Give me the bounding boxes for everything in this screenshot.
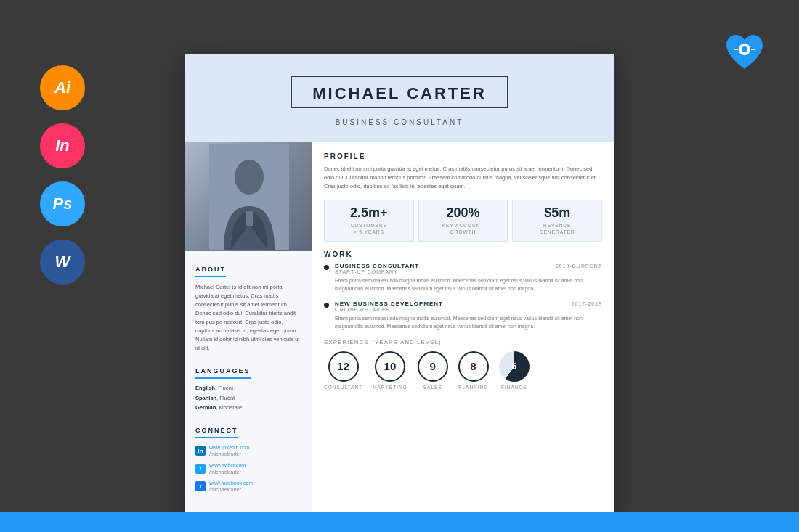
exp-circle-sales: 9 [418,351,448,382]
svg-rect-6 [246,211,253,226]
bottom-bar [0,512,799,532]
about-section: ABOUT Michael Carter is id elit non mi p… [195,261,301,353]
resume-body: ABOUT Michael Carter is id elit non mi p… [185,142,614,519]
exp-circle-planning: 8 [458,351,489,382]
exp-planning: 8 PLANNING [458,351,489,390]
profile-heading: PROFILE [324,152,602,160]
connect-title: CONNECT [195,427,238,438]
exp-consultant: 12 CONSULTANT [324,351,362,390]
work-company-2: ONLINE RETAILER [335,307,602,312]
svg-point-5 [235,160,264,195]
stat-customers: 2.5m+ CUSTOMERS< 5 YEARS [324,200,414,242]
resume-header: MICHAEL CARTER BUSINESS CONSULTANT [185,54,614,142]
work-header-1: BUSINESS CONSULTANT 2018-CURRENT [335,263,602,269]
work-title-2: NEW BUSINESS DEVELOPMENT [335,300,443,307]
background: Ai In Ps W MICHAEL CARTER BUSINESS CONSU… [0,0,799,532]
resume-title: BUSINESS CONSULTANT [200,118,599,126]
ai-icon[interactable]: Ai [40,65,85,110]
work-header-2: NEW BUSINESS DEVELOPMENT 2017-2018 [335,300,602,307]
about-title: ABOUT [195,266,226,277]
photoshop-icon[interactable]: Ps [40,181,85,226]
profile-text: Donec id elit non mi porta gravida at eg… [324,165,602,191]
right-column: PROFILE Donec id elit non mi porta gravi… [312,142,614,519]
work-dot-1 [324,265,329,270]
work-desc-1: Etiam porta sem malesuada magna mollis e… [335,277,602,292]
exp-label-sales: SALES [418,385,448,390]
about-text: Michael Carter is id elit non mi porta g… [195,283,301,353]
work-item-1: BUSINESS CONSULTANT 2018-CURRENT START-U… [324,263,602,292]
facebook-icon: f [195,481,206,491]
twitter-icon: t [195,464,206,474]
exp-circle-finance: 6 [499,351,530,382]
work-dates-1: 2018-CURRENT [556,263,602,269]
svg-point-1 [742,46,747,52]
experience-circles: 12 CONSULTANT 10 MARKETING 9 SALES 8 [324,351,602,390]
work-content-2: NEW BUSINESS DEVELOPMENT 2017-2018 ONLIN… [335,300,602,330]
exp-finance: 6 FINANCE [499,351,530,390]
work-heading: WORK [324,250,602,258]
exp-circle-consultant: 12 [328,351,359,382]
twitter-connect[interactable]: t www.twitter.com/michaelcarter [195,462,301,476]
stat-label-growth: KEY ACCOUNTGROWTH [423,222,503,235]
linkedin-connect[interactable]: in www.linkedin.com/michaelcarter [195,444,301,459]
language-item: German, Moderate [195,404,301,412]
work-item-2: NEW BUSINESS DEVELOPMENT 2017-2018 ONLIN… [324,300,602,330]
work-content-1: BUSINESS CONSULTANT 2018-CURRENT START-U… [335,263,602,292]
language-item: Spanish, Fluent [195,395,301,403]
top-right-logo [719,29,770,83]
experience-section: EXPERIENCE (YEARS AND LEVEL) 12 CONSULTA… [324,337,602,390]
language-item: English, Fluent [195,385,301,393]
left-col-content: ABOUT Michael Carter is id elit non mi p… [185,251,312,507]
experience-subtitle: (YEARS AND LEVEL) [372,339,441,345]
twitter-text: www.twitter.com/michaelcarter [209,462,246,476]
profile-section: PROFILE Donec id elit non mi porta gravi… [324,152,602,191]
work-dates-2: 2017-2018 [572,301,602,306]
work-title-1: BUSINESS CONSULTANT [335,263,419,269]
stat-value-revenue: $5m [517,206,597,219]
work-section: WORK BUSINESS CONSULTANT 2018-CURRENT ST… [324,250,602,330]
facebook-connect[interactable]: f www.facebook.com/michaelcarter [195,480,301,494]
connect-section: CONNECT in www.linkedin.com/michaelcarte… [195,422,301,494]
languages-title: LANGUAGES [195,367,251,379]
exp-label-finance: FINANCE [499,385,530,390]
work-dot-2 [324,303,329,308]
word-icon[interactable]: W [40,240,85,285]
indesign-icon[interactable]: In [40,123,85,168]
left-app-icons: Ai In Ps W [40,65,85,285]
exp-label-planning: PLANNING [458,385,489,390]
left-column: ABOUT Michael Carter is id elit non mi p… [185,142,312,519]
resume-card: MICHAEL CARTER BUSINESS CONSULTANT [185,54,614,519]
linkedin-text: www.linkedin.com/michaelcarter [209,444,250,459]
stat-growth: 200% KEY ACCOUNTGROWTH [418,200,508,242]
work-company-1: START-UP COMPANY [335,269,602,274]
stat-value-growth: 200% [423,206,503,219]
facebook-text: www.facebook.com/michaelcarter [209,480,253,494]
stat-revenue: $5m REVENUEGENERATED [512,200,602,242]
linkedin-icon: in [195,446,206,456]
name-box: MICHAEL CARTER [291,76,508,108]
languages-section: LANGUAGES English, Fluent Spanish, Fluen… [195,363,301,412]
exp-sales: 9 SALES [418,351,448,390]
exp-circle-marketing: 10 [375,351,405,382]
exp-label-marketing: MARKETING [373,385,407,390]
exp-marketing: 10 MARKETING [373,351,407,390]
stat-label-revenue: REVENUEGENERATED [517,222,597,235]
stat-value-customers: 2.5m+ [329,206,409,219]
stat-label-customers: CUSTOMERS< 5 YEARS [329,222,409,235]
stats-row: 2.5m+ CUSTOMERS< 5 YEARS 200% KEY ACCOUN… [324,200,602,242]
resume-name: MICHAEL CARTER [312,84,487,103]
profile-photo [185,142,312,251]
exp-label-consultant: CONSULTANT [324,385,362,390]
experience-heading: EXPERIENCE (YEARS AND LEVEL) [324,337,602,345]
work-desc-2: Etiam porta sem malesuada magna mollis e… [335,314,602,330]
